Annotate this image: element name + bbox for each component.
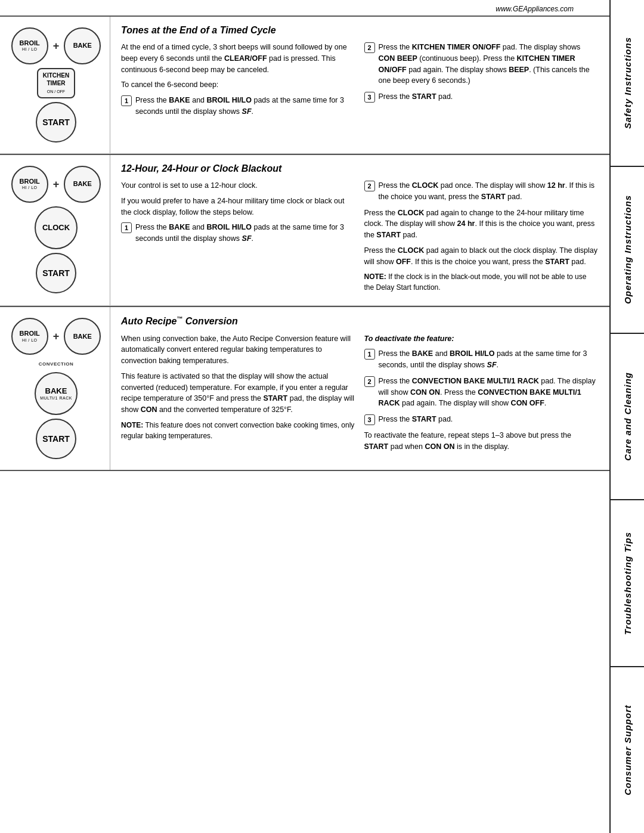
content-cols-1: At the end of a timed cycle, 3 short bee… xyxy=(121,42,597,122)
step-text-3-1: Press the BAKE and BROIL HI/LO pads at t… xyxy=(379,348,598,371)
start-label-3: START xyxy=(42,434,70,444)
clock-p2: If you would prefer to have a 24-hour mi… xyxy=(121,196,355,218)
section-clock-blackout: BROIL HI / LO + BAKE CLOCK START 12-Hour… xyxy=(0,154,609,306)
sidebar-label-safety: Safety Instructions xyxy=(623,37,633,129)
recipe-p1: When using convection bake, the Auto Rec… xyxy=(121,333,355,367)
broil-bake-row-1: BROIL HI / LO + BAKE xyxy=(8,27,104,64)
col-left-3: When using convection bake, the Auto Rec… xyxy=(121,333,355,457)
convection-label: CONVECTION xyxy=(39,361,73,367)
timed-cycle-p2: To cancel the 6-second beep: xyxy=(121,79,355,91)
conv-bake-sub: MULTI/1 RACK xyxy=(40,396,72,401)
recipe-p2: This feature is activated so that the di… xyxy=(121,371,355,416)
section-title-2: 12-Hour, 24-Hour or Clock Blackout xyxy=(121,163,597,174)
right-sidebar: Safety Instructions Operating Instructio… xyxy=(609,0,644,833)
content-auto-recipe: Auto Recipe™ Conversion When using conve… xyxy=(110,307,609,470)
bake-label-1: BAKE xyxy=(73,42,92,49)
bake-label-3: BAKE xyxy=(73,333,92,340)
sidebar-label-troubleshooting: Troubleshooting Tips xyxy=(623,532,633,635)
broil-button-1[interactable]: BROIL HI / LO xyxy=(11,27,48,64)
broil-bake-row-2: BROIL HI / LO + BAKE xyxy=(8,166,104,203)
clock-label: CLOCK xyxy=(42,223,70,233)
step-text-2-1: Press the BAKE and BROIL HI/LO pads at t… xyxy=(135,222,355,244)
step-text-1-3: Press the START pad. xyxy=(379,91,598,103)
website-url: www.GEAppliances.com xyxy=(0,0,609,16)
page-wrapper: www.GEAppliances.com BROIL HI / LO + BAK… xyxy=(0,0,644,833)
section-auto-recipe: BROIL HI / LO + BAKE CONVECTION BAKE MUL… xyxy=(0,306,609,471)
sidebar-consumer: Consumer Support xyxy=(611,667,644,833)
start-button-2[interactable]: START xyxy=(36,253,76,293)
website-text: www.GEAppliances.com xyxy=(496,5,574,13)
step-num-3-3: 3 xyxy=(364,414,375,425)
conv-bake-label: BAKE xyxy=(45,386,67,396)
clock-p1: Your control is set to use a 12-hour clo… xyxy=(121,180,355,191)
content-clock-blackout: 12-Hour, 24-Hour or Clock Blackout Your … xyxy=(110,155,609,305)
broil-sub-3: HI / LO xyxy=(22,338,38,343)
content-cols-2: Your control is set to use a 12-hour clo… xyxy=(121,180,597,297)
bake-label-2: BAKE xyxy=(73,180,92,188)
bake-button-2[interactable]: BAKE xyxy=(64,166,101,203)
sidebar-safety: Safety Instructions xyxy=(611,0,644,167)
bake-button-3[interactable]: BAKE xyxy=(64,318,101,355)
step-2-1: 1 Press the BAKE and BROIL HI/LO pads at… xyxy=(121,222,355,244)
step-num-1-1: 1 xyxy=(121,95,132,106)
plus-sign-1: + xyxy=(53,40,60,52)
step-3-1: 1 Press the BAKE and BROIL HI/LO pads at… xyxy=(364,348,598,371)
clock-p4: Press the CLOCK pad again to black out t… xyxy=(364,245,598,268)
clock-button[interactable]: CLOCK xyxy=(35,206,78,249)
main-content: www.GEAppliances.com BROIL HI / LO + BAK… xyxy=(0,0,609,833)
step-3-2: 2 Press the CONVECTION BAKE MULTI/1 RACK… xyxy=(364,376,598,409)
section-timed-cycle: BROIL HI / LO + BAKE KITCHENTIMERON / OF… xyxy=(0,16,609,154)
col-right-2: 2 Press the CLOCK pad once. The display … xyxy=(364,180,598,297)
button-panel-2: BROIL HI / LO + BAKE CLOCK START xyxy=(0,155,110,305)
start-button-1[interactable]: START xyxy=(36,102,76,143)
kitchen-timer-button[interactable]: KITCHENTIMERON / OFF xyxy=(37,68,75,98)
broil-bake-row-3: BROIL HI / LO + BAKE xyxy=(8,318,104,355)
recipe-note: NOTE: This feature does not convert conv… xyxy=(121,420,355,441)
clock-p3: Press the CLOCK pad again to change to t… xyxy=(364,208,598,241)
step-1-3: 3 Press the START pad. xyxy=(364,91,598,103)
step-1-2: 2 Press the KITCHEN TIMER ON/OFF pad. Th… xyxy=(364,42,598,86)
clock-note: NOTE: If the clock is in the black-out m… xyxy=(364,271,598,293)
plus-sign-3: + xyxy=(53,330,60,343)
sidebar-care: Care and Cleaning xyxy=(611,334,644,501)
start-label-2: START xyxy=(42,268,70,278)
step-text-1-2: Press the KITCHEN TIMER ON/OFF pad. The … xyxy=(379,42,598,86)
broil-label-2: BROIL xyxy=(20,178,40,185)
step-num-3-1: 1 xyxy=(364,349,375,360)
step-num-1-2: 2 xyxy=(364,42,375,53)
step-1-1: 1 Press the BAKE and BROIL HI/LO pads at… xyxy=(121,95,355,117)
step-text-2-2: Press the CLOCK pad once. The display wi… xyxy=(379,180,598,203)
col-left-2: Your control is set to use a 12-hour clo… xyxy=(121,180,355,297)
step-text-3-3: Press the START pad. xyxy=(379,414,598,425)
step-text-1-1: Press the BAKE and BROIL HI/LO pads at t… xyxy=(135,95,355,117)
sidebar-label-operating: Operating Instructions xyxy=(623,195,633,304)
sidebar-troubleshooting: Troubleshooting Tips xyxy=(611,500,644,667)
step-text-3-2: Press the CONVECTION BAKE MULTI/1 RACK p… xyxy=(379,376,598,409)
sidebar-label-consumer: Consumer Support xyxy=(623,705,633,795)
sidebar-operating: Operating Instructions xyxy=(611,167,644,334)
bake-button-1[interactable]: BAKE xyxy=(64,27,101,64)
step-2-2: 2 Press the CLOCK pad once. The display … xyxy=(364,180,598,203)
col-right-1: 2 Press the KITCHEN TIMER ON/OFF pad. Th… xyxy=(364,42,598,122)
sidebar-label-care: Care and Cleaning xyxy=(623,372,633,461)
col-right-3: To deactivate the feature: 1 Press the B… xyxy=(364,333,598,457)
broil-button-3[interactable]: BROIL HI / LO xyxy=(11,318,48,355)
section-title-3: Auto Recipe™ Conversion xyxy=(121,315,597,327)
convection-bake-button[interactable]: BAKE MULTI/1 RACK xyxy=(35,372,78,415)
step-num-2-1: 1 xyxy=(121,222,132,233)
start-button-3[interactable]: START xyxy=(36,419,76,459)
broil-sub-2: HI / LO xyxy=(22,185,38,190)
step-3-3: 3 Press the START pad. xyxy=(364,414,598,425)
reactivate-text: To reactivate the feature, repeat steps … xyxy=(364,430,598,453)
col-left-1: At the end of a timed cycle, 3 short bee… xyxy=(121,42,355,122)
broil-label-1: BROIL xyxy=(20,39,40,47)
deactivate-header: To deactivate the feature: xyxy=(364,333,598,345)
section-title-1: Tones at the End of a Timed Cycle xyxy=(121,25,597,36)
broil-button-2[interactable]: BROIL HI / LO xyxy=(11,166,48,203)
broil-sub-1: HI / LO xyxy=(22,47,38,52)
timed-cycle-p1: At the end of a timed cycle, 3 short bee… xyxy=(121,42,355,75)
step-num-1-3: 3 xyxy=(364,92,375,103)
broil-label-3: BROIL xyxy=(20,330,40,337)
step-num-2-2: 2 xyxy=(364,181,375,191)
content-timed-cycle: Tones at the End of a Timed Cycle At the… xyxy=(110,17,609,153)
